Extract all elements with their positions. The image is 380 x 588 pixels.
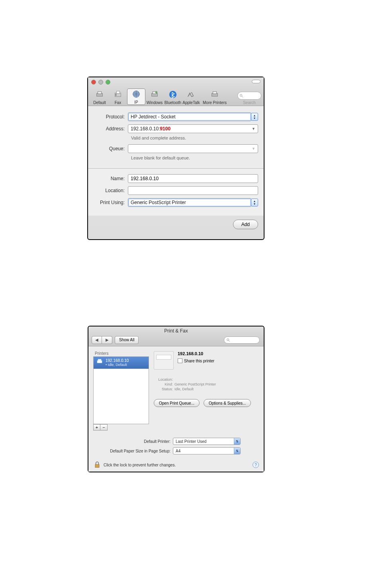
- protocol-value: HP Jetdirect - Socket: [131, 114, 176, 120]
- add-printer-window: Default Fax IP Windows Bluetooth AppleTa…: [87, 77, 264, 240]
- default-printer-value: Last Printer Used: [176, 439, 206, 444]
- printer-info-panel: Name: 192.168.0.10 Location: Print Using…: [88, 168, 264, 216]
- remove-printer-button[interactable]: −: [100, 424, 108, 431]
- svg-point-8: [155, 91, 158, 94]
- appletalk-icon: [187, 90, 196, 99]
- toolbar-item-label: IP: [134, 100, 138, 104]
- search-input[interactable]: [224, 336, 260, 344]
- address-combobox[interactable]: 192.168.0.10:9100 ▼: [128, 124, 258, 133]
- default-paper-popup[interactable]: A4 ⇅: [173, 447, 241, 454]
- name-field[interactable]: 192.168.0.10: [128, 174, 258, 183]
- printer-icon: [96, 358, 103, 365]
- toolbar-item-label: AppleTalk: [182, 100, 200, 105]
- toolbar-item-windows[interactable]: Windows: [145, 89, 164, 105]
- close-icon[interactable]: [91, 80, 96, 85]
- help-icon[interactable]: ?: [253, 462, 259, 468]
- meta-location-label: Location:: [155, 378, 173, 382]
- printers-sidebar: Printers 192.168.0.10 • Idle, Default + …: [93, 351, 149, 431]
- address-label: Address:: [94, 126, 128, 132]
- protocol-select[interactable]: HP Jetdirect - Socket: [128, 112, 251, 121]
- name-label: Name:: [94, 176, 128, 181]
- default-printer-label: Default Printer:: [93, 439, 173, 444]
- print-using-select[interactable]: Generic PostScript Printer: [128, 198, 251, 207]
- prefs-body: Printers 192.168.0.10 • Idle, Default + …: [88, 346, 264, 472]
- printers-list[interactable]: 192.168.0.10 • Idle, Default: [93, 356, 149, 424]
- queue-helper: Leave blank for default queue.: [131, 155, 258, 160]
- add-button-label: Add: [241, 222, 250, 227]
- search-icon: [226, 338, 230, 342]
- name-value: 192.168.0.10: [131, 176, 159, 181]
- stepper-icon[interactable]: ▲▼: [251, 199, 258, 206]
- titlebar: Print & Fax ◀ ▶ Show All: [88, 326, 264, 346]
- toolbar-search: Search: [237, 92, 261, 105]
- open-print-queue-label: Open Print Queue...: [159, 401, 194, 405]
- options-supplies-button[interactable]: Options & Supplies...: [204, 399, 251, 407]
- toolbar-item-fax[interactable]: Fax: [109, 89, 127, 105]
- meta-status-value: Idle, Default: [174, 387, 194, 391]
- printer-image: [154, 351, 174, 370]
- traffic-lights: [91, 80, 110, 85]
- options-supplies-label: Options & Supplies...: [209, 401, 246, 405]
- toolbar-item-default[interactable]: Default: [90, 89, 109, 105]
- default-paper-value: A4: [176, 449, 180, 453]
- search-input[interactable]: [237, 92, 261, 100]
- lock-icon[interactable]: [93, 461, 101, 469]
- nav-buttons: ◀ ▶: [92, 336, 112, 344]
- forward-button[interactable]: ▶: [102, 336, 112, 344]
- zoom-icon[interactable]: [106, 80, 110, 85]
- queue-label: Queue:: [94, 146, 128, 151]
- printer-list-item[interactable]: 192.168.0.10 • Idle, Default: [94, 357, 149, 369]
- toolbar-item-appletalk[interactable]: AppleTalk: [182, 89, 200, 105]
- print-and-fax-window: Print & Fax ◀ ▶ Show All Printers 192.16…: [88, 326, 264, 472]
- add-remove-buttons: + −: [93, 424, 149, 431]
- show-all-label: Show All: [119, 338, 134, 342]
- chevron-down-icon[interactable]: ▼: [252, 127, 255, 131]
- svg-rect-18: [95, 464, 99, 468]
- queue-combobox[interactable]: ▼: [128, 144, 258, 153]
- printer-detail: 192.168.0.10 Share this printer Location…: [154, 351, 259, 431]
- protocol-label: Protocol:: [94, 114, 128, 120]
- toolbar-toggle-icon[interactable]: [252, 80, 261, 83]
- search-label: Search: [237, 100, 261, 105]
- svg-rect-4: [116, 94, 117, 96]
- share-printer-checkbox[interactable]: [178, 358, 182, 363]
- show-all-button[interactable]: Show All: [115, 336, 139, 344]
- open-print-queue-button[interactable]: Open Print Queue...: [154, 399, 200, 407]
- meta-status-label: Status:: [155, 387, 173, 391]
- svg-point-12: [240, 94, 242, 96]
- ip-config-panel: Protocol: HP Jetdirect - Socket ▲▼ Addre…: [88, 106, 264, 168]
- toolbar-item-ip[interactable]: IP: [127, 88, 145, 105]
- toolbar-item-label: Bluetooth: [165, 100, 181, 105]
- address-helper: Valid and complete address.: [131, 136, 258, 140]
- svg-rect-3: [116, 91, 119, 94]
- toolbar-item-label: More Printers: [203, 100, 227, 105]
- back-button[interactable]: ◀: [92, 336, 102, 344]
- window-title: Print & Fax: [88, 328, 264, 334]
- toolbar-item-more-printers[interactable]: More Printers: [200, 89, 229, 105]
- toolbar-item-bluetooth[interactable]: Bluetooth: [164, 89, 182, 105]
- default-paper-label: Default Paper Size in Page Setup:: [93, 449, 173, 453]
- add-button[interactable]: Add: [233, 220, 258, 229]
- location-field[interactable]: [128, 186, 258, 195]
- lock-text: Click the lock to prevent further change…: [104, 463, 176, 467]
- chevron-updown-icon: ⇅: [234, 448, 240, 454]
- minimize-icon[interactable]: [98, 80, 103, 85]
- svg-line-15: [229, 340, 230, 342]
- add-printer-button[interactable]: +: [93, 424, 100, 431]
- svg-rect-11: [213, 92, 216, 94]
- printer-icon: [95, 90, 104, 99]
- meta-kind-value: Generic PostScript Printer: [174, 382, 216, 386]
- default-printer-popup[interactable]: Last Printer Used ⇅: [173, 438, 241, 445]
- address-value: 192.168.0.10:9100: [131, 126, 170, 132]
- windows-printer-icon: [150, 90, 159, 99]
- button-bar: Add: [88, 216, 264, 233]
- lock-row: Click the lock to prevent further change…: [93, 461, 259, 469]
- stepper-icon[interactable]: ▲▼: [251, 113, 258, 121]
- chevron-down-icon[interactable]: ▼: [252, 147, 255, 151]
- toolbar-item-label: Fax: [115, 100, 121, 105]
- printer-icon: [210, 90, 219, 99]
- add-printer-toolbar: Default Fax IP Windows Bluetooth AppleTa…: [88, 77, 264, 106]
- toolbar-item-label: Windows: [147, 100, 163, 105]
- print-using-value: Generic PostScript Printer: [131, 200, 186, 205]
- svg-rect-17: [98, 359, 101, 361]
